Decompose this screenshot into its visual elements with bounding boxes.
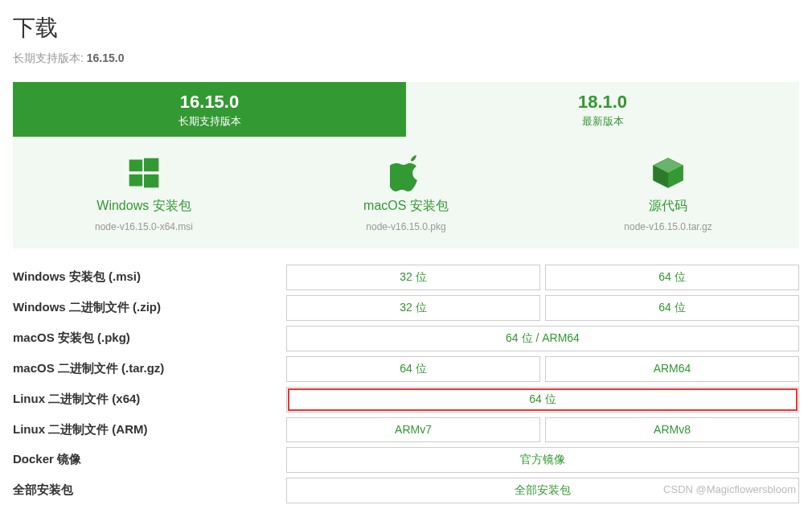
platform-macos-file: node-v16.15.0.pkg [275, 221, 537, 232]
version-tabs: 16.15.0 长期支持版本 18.1.0 最新版本 [13, 82, 799, 137]
download-row: macOS 二进制文件 (.tar.gz)64 位ARM64 [13, 356, 799, 382]
download-label: Windows 安装包 (.msi) [13, 265, 286, 290]
download-links: 64 位ARM64 [286, 356, 799, 382]
download-link[interactable]: 64 位 [286, 356, 540, 382]
download-table: Windows 安装包 (.msi)32 位64 位Windows 二进制文件 … [13, 265, 799, 503]
download-link[interactable]: ARM64 [545, 356, 799, 382]
tab-lts[interactable]: 16.15.0 长期支持版本 [13, 82, 406, 137]
download-row: Windows 二进制文件 (.zip)32 位64 位 [13, 295, 799, 321]
platform-source-label: 源代码 [537, 198, 799, 215]
download-row: Linux 二进制文件 (x64)64 位 [13, 387, 799, 413]
download-row: 全部安装包全部安装包 [13, 478, 799, 503]
download-label: Docker 镜像 [13, 447, 286, 473]
download-label: macOS 安装包 (.pkg) [13, 326, 286, 351]
tab-current-version: 18.1.0 [406, 92, 799, 113]
tab-current-label: 最新版本 [406, 114, 799, 129]
download-link[interactable]: 64 位 [545, 265, 799, 290]
download-label: Linux 二进制文件 (x64) [13, 387, 286, 413]
download-links: 32 位64 位 [286, 265, 799, 290]
platform-windows-file: node-v16.15.0-x64.msi [13, 221, 275, 232]
subtitle: 长期支持版本: 16.15.0 [13, 51, 799, 66]
platform-macos-label: macOS 安装包 [275, 198, 537, 215]
platform-macos[interactable]: macOS 安装包 node-v16.15.0.pkg [275, 153, 537, 232]
download-link[interactable]: 64 位 [286, 387, 799, 413]
platform-windows-label: Windows 安装包 [13, 198, 275, 215]
svg-rect-2 [129, 174, 143, 187]
svg-rect-1 [144, 158, 158, 172]
platform-source[interactable]: 源代码 node-v16.15.0.tar.gz [537, 153, 799, 232]
platform-row: Windows 安装包 node-v16.15.0-x64.msi macOS … [13, 137, 799, 248]
download-links: 官方镜像 [286, 447, 799, 473]
download-links: 64 位 / ARM64 [286, 326, 799, 351]
platform-source-file: node-v16.15.0.tar.gz [537, 221, 799, 232]
download-row: Windows 安装包 (.msi)32 位64 位 [13, 265, 799, 290]
apple-icon [275, 153, 537, 193]
download-link[interactable]: 32 位 [286, 265, 540, 290]
download-link[interactable]: ARMv8 [545, 417, 799, 442]
download-link[interactable]: 32 位 [286, 295, 540, 321]
svg-rect-3 [144, 174, 158, 188]
windows-icon [13, 153, 275, 193]
download-label: Linux 二进制文件 (ARM) [13, 417, 286, 442]
download-link[interactable]: 64 位 / ARM64 [286, 326, 799, 351]
subtitle-prefix: 长期支持版本: [13, 51, 87, 64]
download-label: 全部安装包 [13, 478, 286, 503]
cube-icon [537, 153, 799, 193]
download-label: Windows 二进制文件 (.zip) [13, 295, 286, 321]
download-row: Linux 二进制文件 (ARM)ARMv7ARMv8 [13, 417, 799, 442]
download-links: 64 位 [286, 387, 799, 413]
platform-windows[interactable]: Windows 安装包 node-v16.15.0-x64.msi [13, 153, 275, 232]
download-link[interactable]: 官方镜像 [286, 447, 799, 473]
download-links: 全部安装包 [286, 478, 799, 503]
tab-current[interactable]: 18.1.0 最新版本 [406, 82, 799, 137]
download-label: macOS 二进制文件 (.tar.gz) [13, 356, 286, 382]
tab-lts-version: 16.15.0 [13, 92, 406, 113]
tab-lts-label: 长期支持版本 [13, 114, 406, 129]
download-links: ARMv7ARMv8 [286, 417, 799, 442]
svg-rect-0 [129, 160, 143, 172]
download-row: macOS 安装包 (.pkg)64 位 / ARM64 [13, 326, 799, 351]
download-links: 32 位64 位 [286, 295, 799, 321]
lts-version-text: 16.15.0 [87, 51, 125, 64]
download-link[interactable]: ARMv7 [286, 417, 540, 442]
download-row: Docker 镜像官方镜像 [13, 447, 799, 473]
download-link[interactable]: 全部安装包 [286, 478, 799, 503]
page-title: 下载 [13, 13, 799, 43]
download-link[interactable]: 64 位 [545, 295, 799, 321]
